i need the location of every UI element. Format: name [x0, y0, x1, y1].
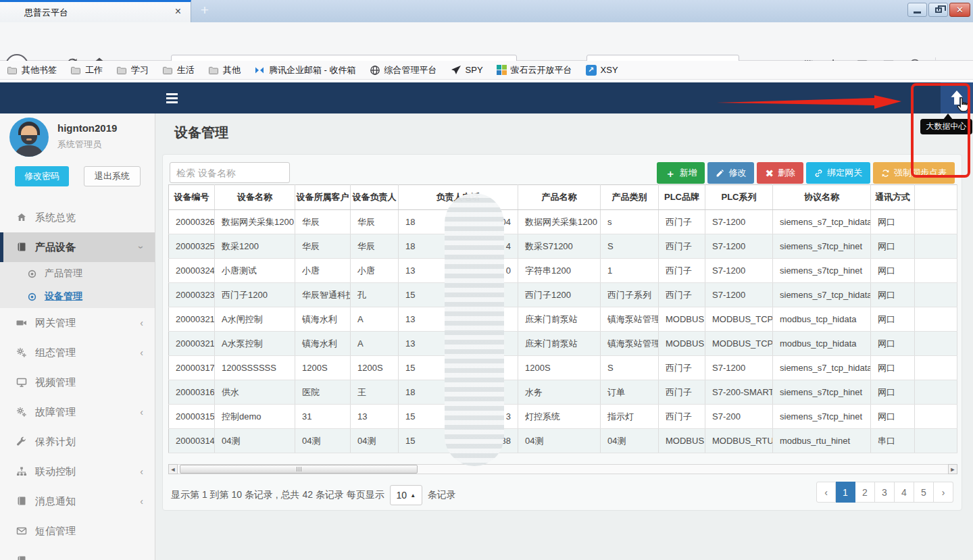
table-row[interactable]: 20000314904测04测04测153804测04测MODBUSMODBUS…: [169, 429, 957, 453]
column-header[interactable]: 协议名称: [773, 185, 871, 210]
cell-customer: 镇海水利: [295, 307, 351, 332]
edit-button[interactable]: 修改: [707, 162, 754, 184]
table-row[interactable]: 200003260数据网关采集1200华辰华辰1804数据网关采集1200s西门…: [169, 210, 957, 234]
tab-close-icon[interactable]: ×: [175, 5, 181, 18]
cell-plc-brand: 西门子: [659, 210, 705, 234]
column-header[interactable]: 产品名称: [518, 185, 601, 210]
sidebar-toggle-icon[interactable]: [166, 93, 178, 103]
cell-plc-series: S7-1200: [705, 283, 773, 307]
page-next[interactable]: ›: [934, 482, 953, 503]
column-header[interactable]: 通讯方式: [871, 185, 915, 210]
page-size-select[interactable]: 10 ▲: [390, 485, 422, 505]
sidebar-item-product-mgmt[interactable]: 产品管理: [0, 262, 155, 285]
bookmark-item[interactable]: 其他书签: [7, 64, 57, 76]
cell-owner: 华辰: [351, 210, 399, 234]
table-row[interactable]: 200003152控制demo3113153灯控系统指示灯西门子S7-200si…: [169, 405, 957, 429]
cell-comm: 网口: [871, 234, 915, 259]
page-3[interactable]: 3: [875, 482, 895, 503]
cell-filler: [915, 307, 957, 332]
device-search-input[interactable]: [176, 168, 283, 178]
cell-plc-series: S7-1200: [705, 234, 773, 259]
delete-button[interactable]: ✖删除: [757, 162, 803, 184]
page-5[interactable]: 5: [914, 482, 934, 503]
close-button[interactable]: ✕: [949, 3, 970, 17]
table-row[interactable]: 200003230西门子1200华辰智通科技孔15西门子1200西门子系列西门子…: [169, 283, 957, 307]
column-header[interactable]: 设备编号: [169, 185, 215, 210]
scroll-thumb[interactable]: [180, 465, 418, 474]
x-icon: ✖: [765, 168, 774, 178]
logout-button[interactable]: 退出系统: [84, 166, 141, 186]
column-header[interactable]: 产品类别: [601, 185, 659, 210]
restore-button[interactable]: [928, 3, 948, 17]
cell-plc-brand: MODBUS: [659, 332, 705, 356]
page-prev[interactable]: ‹: [816, 482, 836, 503]
bookmark-item[interactable]: SPY: [451, 65, 483, 76]
table-row[interactable]: 200003211A水泵控制镇海水利A13庶来门前泵站镇海泵站管理MODBUSM…: [169, 332, 957, 356]
cell-comm: 网口: [871, 356, 915, 380]
cell-plc-brand: MODBUS: [659, 429, 705, 453]
table-row[interactable]: 200003165供水医院王18水务订单西门子S7-200-SMARTsieme…: [169, 380, 957, 405]
bind-gateway-button[interactable]: 绑定网关: [806, 162, 870, 184]
column-header[interactable]: PLC系列: [705, 185, 773, 210]
minimize-button[interactable]: [907, 3, 927, 17]
sidebar-item-partial[interactable]: [0, 546, 155, 560]
sidebar-item-overview[interactable]: 系统总览: [0, 203, 155, 232]
bookmark-label: SPY: [466, 65, 483, 75]
column-header[interactable]: PLC品牌: [659, 185, 705, 210]
bookmark-item[interactable]: 工作: [70, 64, 103, 76]
minimize-icon: [914, 11, 921, 14]
bookmark-item[interactable]: ↗XSY: [586, 65, 618, 76]
browser-tab[interactable]: 思普云平台 ×: [0, 0, 191, 22]
page-1[interactable]: 1: [836, 482, 855, 503]
cell-protocol: siemens_s7_tcp_hidata: [773, 356, 871, 380]
sidebar-item-config-mgmt[interactable]: 组态管理‹: [0, 338, 155, 367]
column-header[interactable]: 设备所属客户: [295, 185, 351, 210]
sidebar-item-fault-mgmt[interactable]: 故障管理‹: [0, 397, 155, 427]
page-4[interactable]: 4: [895, 482, 914, 503]
bookmark-item[interactable]: 其他: [208, 64, 241, 76]
device-search[interactable]: [170, 162, 290, 183]
table-row[interactable]: 200003248小唐测试小唐小唐130字符串12001西门子S7-1200si…: [169, 259, 957, 283]
button-label: 绑定网关: [827, 167, 862, 179]
sidebar-item-label: 网关管理: [35, 317, 76, 330]
new-tab-button[interactable]: +: [195, 1, 215, 20]
cell-comm: 串口: [871, 429, 915, 453]
column-header[interactable]: 设备名称: [215, 185, 295, 210]
column-header[interactable]: 设备负责人: [351, 185, 399, 210]
bookmark-item[interactable]: 综合管理平台: [370, 64, 437, 76]
add-button[interactable]: ＋新增: [657, 162, 705, 184]
change-password-button[interactable]: 修改密码: [15, 166, 69, 186]
table-row[interactable]: 2000031771200SSSSSS1200S1200S151200SS西门子…: [169, 356, 957, 380]
avatar[interactable]: [9, 118, 49, 157]
sidebar-item-product-device[interactable]: 产品设备›: [0, 232, 155, 262]
sidebar-item-device-mgmt[interactable]: 设备管理: [0, 285, 155, 308]
bookmark-item[interactable]: 生活: [162, 64, 195, 76]
sidebar-item-maintenance-plan[interactable]: 保养计划: [0, 427, 155, 457]
tab-title: 思普云平台: [24, 7, 68, 19]
table-row[interactable]: 200003256数采1200华辰华辰184数采S71200S西门子S7-120…: [169, 234, 957, 259]
caret-up-icon: ▲: [410, 492, 416, 499]
sidebar-item-gateway-mgmt[interactable]: 网关管理‹: [0, 308, 155, 338]
bookmarks-bar: 其他书签工作学习生活其他腾讯企业邮箱 - 收件箱综合管理平台SPY萤石云开放平台…: [0, 61, 973, 80]
scroll-track[interactable]: [178, 464, 948, 474]
cell-device-name: 西门子1200: [215, 283, 295, 307]
bookmark-item[interactable]: 腾讯企业邮箱 - 收件箱: [254, 64, 356, 76]
titlebar: 思普云平台 × + ✕: [0, 0, 973, 22]
sidebar-item-message-notify[interactable]: 消息通知‹: [0, 486, 155, 516]
bookmark-item[interactable]: 萤石云开放平台: [497, 64, 572, 76]
device-panel: ＋新增修改✖删除绑定网关强制同步点表 设备编号设备名称设备所属客户设备负责人负责…: [162, 154, 962, 511]
horizontal-scrollbar[interactable]: ◄ ►: [168, 464, 957, 474]
table-row[interactable]: 200003212A水闸控制镇海水利A13庶来门前泵站镇海泵站管理MODBUSM…: [169, 307, 957, 332]
cell-device-name: A水泵控制: [215, 332, 295, 356]
scroll-right-arrow[interactable]: ►: [948, 464, 957, 474]
page-2[interactable]: 2: [855, 482, 875, 503]
sidebar-item-video-mgmt[interactable]: 视频管理: [0, 367, 155, 397]
gears-icon: [16, 407, 27, 417]
cell-owner: 小唐: [351, 259, 399, 283]
cell-comm: 网口: [871, 307, 915, 332]
sidebar-item-sms-mgmt[interactable]: 短信管理: [0, 516, 155, 546]
scroll-left-arrow[interactable]: ◄: [168, 464, 178, 474]
bookmark-item[interactable]: 学习: [116, 64, 149, 76]
cell-owner: 孔: [351, 283, 399, 307]
sidebar-item-linkage-control[interactable]: 联动控制‹: [0, 457, 155, 486]
